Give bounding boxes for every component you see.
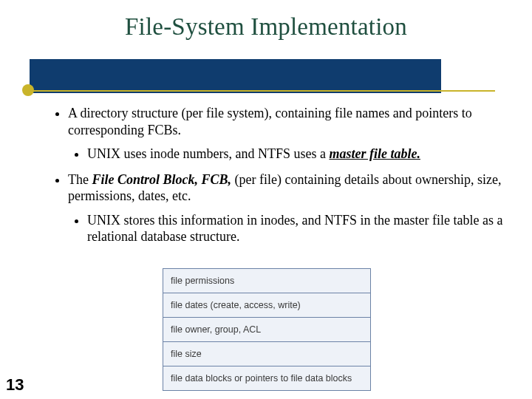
bullet-fcb: The File Control Block, FCB, (per file) … [68, 171, 510, 245]
text: The [68, 172, 92, 187]
slide-title: File-System Implementation [0, 13, 532, 41]
fcb-diagram: file permissions file dates (create, acc… [163, 268, 371, 391]
table-row: file owner, group, ACL [163, 317, 370, 341]
slide-body: A directory structure (per file system),… [52, 105, 510, 254]
text: UNIX uses inode numbers, and NTFS uses a [87, 146, 329, 161]
bullet-unix-ntfs-mft: UNIX uses inode numbers, and NTFS uses a… [87, 146, 510, 163]
text: UNIX stores this information in inodes, … [87, 213, 502, 245]
bullet-unix-inodes: UNIX stores this information in inodes, … [87, 212, 510, 245]
table-row: file permissions [163, 269, 370, 293]
title-bar [30, 59, 441, 93]
text: A directory structure (per file system),… [68, 106, 472, 137]
table-row: file dates (create, access, write) [163, 293, 370, 317]
table-row: file size [163, 341, 370, 366]
accent-underline [31, 90, 495, 92]
table-row: file data blocks or pointers to file dat… [163, 366, 370, 390]
page-number: 13 [6, 375, 24, 395]
fcb-term: File Control Block, FCB, [92, 172, 231, 187]
bullet-directory-structure: A directory structure (per file system),… [68, 105, 510, 163]
master-file-table-term: master file table. [329, 146, 420, 161]
